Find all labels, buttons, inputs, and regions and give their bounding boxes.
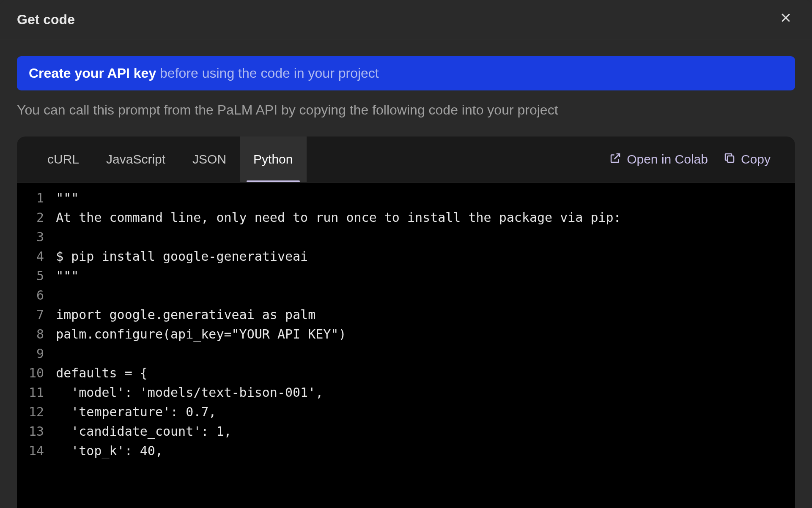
code-line[interactable]: At the command line, only need to run on… [56, 208, 795, 227]
line-number: 7 [29, 305, 44, 325]
open-external-icon [609, 152, 622, 167]
tab-curl[interactable]: cURL [34, 137, 93, 182]
line-number: 14 [29, 441, 44, 461]
code-line[interactable]: """ [56, 266, 795, 286]
code-line[interactable] [56, 286, 795, 305]
tab-json-label: JSON [192, 152, 226, 167]
line-number: 9 [29, 344, 44, 363]
code-line[interactable] [56, 344, 795, 363]
copy-label: Copy [741, 152, 771, 167]
tabs-row: cURL JavaScript JSON Python Open in Cola… [17, 137, 795, 182]
code-line[interactable]: 'candidate_count': 1, [56, 422, 795, 441]
line-number: 5 [29, 266, 44, 286]
code-line[interactable]: import google.generativeai as palm [56, 305, 795, 325]
line-number: 1 [29, 188, 44, 208]
description-text: You can call this prompt from the PaLM A… [17, 102, 795, 118]
modal-body: Create your API key before using the cod… [0, 39, 812, 508]
tab-python-label: Python [253, 152, 293, 167]
copy-button[interactable]: Copy [716, 137, 778, 182]
line-number: 4 [29, 247, 44, 266]
close-button[interactable] [776, 10, 795, 29]
line-number: 3 [29, 227, 44, 247]
copy-icon [723, 152, 736, 167]
modal-header: Get code [0, 0, 812, 39]
svg-rect-2 [727, 156, 734, 162]
modal-title: Get code [17, 12, 75, 27]
tab-python[interactable]: Python [240, 137, 306, 182]
api-key-banner[interactable]: Create your API key before using the cod… [17, 56, 795, 90]
tab-javascript-label: JavaScript [106, 152, 165, 167]
line-number: 2 [29, 208, 44, 227]
banner-rest-text: before using the code in your project [156, 66, 379, 81]
code-line[interactable]: 'top_k': 40, [56, 441, 795, 461]
line-number-gutter: 1234567891011121314 [17, 183, 52, 508]
code-line[interactable] [56, 227, 795, 247]
code-line[interactable]: 'temperature': 0.7, [56, 402, 795, 422]
close-icon [779, 11, 792, 27]
get-code-modal: Get code Create your API key before usin… [0, 0, 812, 508]
line-number: 12 [29, 402, 44, 422]
line-number: 10 [29, 363, 44, 383]
code-lines[interactable]: """At the command line, only need to run… [52, 183, 795, 508]
open-in-colab-label: Open in Colab [627, 152, 708, 167]
line-number: 6 [29, 286, 44, 305]
tab-json[interactable]: JSON [179, 137, 240, 182]
tab-curl-label: cURL [47, 152, 79, 167]
tabs-spacer [307, 137, 602, 182]
create-api-key-link[interactable]: Create your API key [29, 66, 156, 81]
code-line[interactable]: palm.configure(api_key="YOUR API KEY") [56, 325, 795, 344]
open-in-colab-button[interactable]: Open in Colab [601, 137, 716, 182]
code-panel: cURL JavaScript JSON Python Open in Cola… [17, 137, 795, 508]
line-number: 11 [29, 383, 44, 402]
code-line[interactable]: $ pip install google-generativeai [56, 247, 795, 266]
line-number: 8 [29, 325, 44, 344]
code-area[interactable]: 1234567891011121314 """At the command li… [17, 182, 795, 508]
line-number: 13 [29, 422, 44, 441]
tab-javascript[interactable]: JavaScript [93, 137, 179, 182]
code-line[interactable]: """ [56, 188, 795, 208]
code-line[interactable]: defaults = { [56, 363, 795, 383]
code-line[interactable]: 'model': 'models/text-bison-001', [56, 383, 795, 402]
